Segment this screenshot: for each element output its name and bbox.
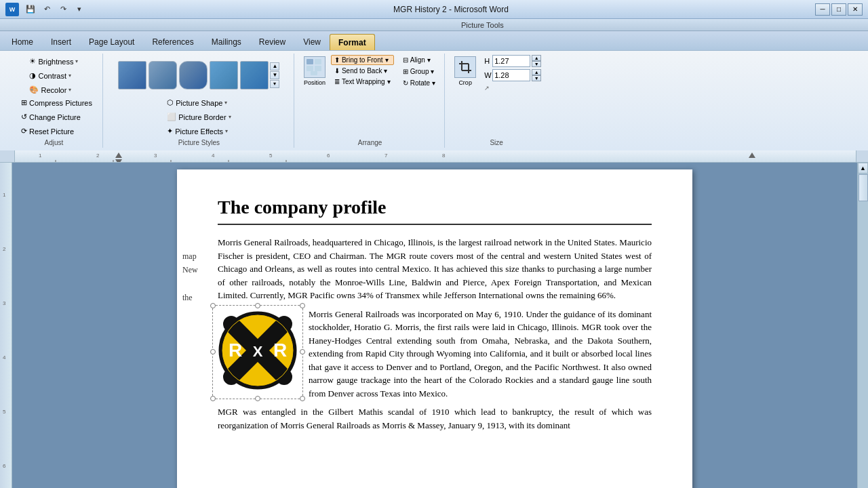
handle-ml[interactable] [210, 349, 216, 354]
align-icon: ⊟ [403, 56, 408, 64]
svg-rect-1 [315, 59, 321, 64]
menu-tabs: Home Insert Page Layout References Maili… [0, 31, 868, 50]
recolor-button[interactable]: 🎨 Recolor ▾ [24, 83, 76, 96]
word-icon: W [5, 3, 19, 16]
tab-references[interactable]: References [143, 34, 202, 50]
arrange-buttons: ⬆ Bring to Front ▾ ⬇ Send to Back ▾ ≣ Te… [331, 55, 394, 88]
document-area: The company profile map New the Morris G… [12, 163, 857, 488]
left-indent-bottom[interactable] [115, 157, 122, 163]
svg-rect-0 [307, 59, 313, 64]
ribbon-content: ☀ Brightness ▾ ◑ Contrast ▾ 🎨 Recolor ▾ … [0, 50, 868, 150]
svg-text:5: 5 [3, 409, 6, 415]
svg-rect-26 [0, 163, 12, 488]
align-rotate-buttons: ⊟Align▾ ⊞Group▾ ↻Rotate▾ [399, 55, 439, 88]
width-label: W [484, 71, 491, 79]
height-up[interactable]: ▲ [532, 55, 541, 61]
crop-button[interactable]: Crop [452, 55, 479, 87]
svg-text:R: R [273, 340, 287, 361]
svg-text:3: 3 [154, 152, 157, 159]
gallery-scroll: ▲ ▼ ▾ [270, 62, 279, 88]
position-icon [304, 56, 326, 78]
width-spinner: ▲ ▼ [532, 69, 541, 81]
width-input[interactable] [492, 69, 530, 81]
picture-effects-button[interactable]: ✦ Picture Effects ▾ [162, 125, 233, 138]
redo-button[interactable]: ↷ [56, 3, 71, 16]
style-4[interactable] [210, 61, 238, 89]
ruler-area: 1 2 3 4 5 6 7 8 [0, 150, 868, 163]
height-down[interactable]: ▼ [532, 61, 541, 67]
svg-text:2: 2 [96, 152, 100, 159]
contrast-button[interactable]: ◑ Contrast ▾ [24, 69, 76, 82]
size-expand[interactable]: ↗ [484, 85, 541, 92]
minimize-button[interactable]: ─ [815, 3, 830, 16]
group-button[interactable]: ⊞Group▾ [399, 66, 439, 77]
group-adjust: ☀ Brightness ▾ ◑ Contrast ▾ 🎨 Recolor ▾ … [5, 54, 103, 148]
vertical-ruler: 1 2 3 4 5 6 [0, 163, 12, 488]
send-back-icon: ⬇ [334, 67, 340, 75]
tab-home[interactable]: Home [3, 34, 42, 50]
size-inputs: H ▲ ▼ W ▲ ▼ ↗ [484, 55, 541, 92]
align-button[interactable]: ⊟Align▾ [399, 55, 439, 65]
paragraph-1: Morris General Railroads, headquartered … [218, 236, 652, 302]
undo-button[interactable]: ↶ [39, 3, 54, 16]
style-5[interactable] [240, 61, 269, 89]
page-content: map New the Morris General Railroads, he… [218, 236, 652, 432]
rotate-icon: ↻ [403, 79, 408, 87]
compress-pictures-button[interactable]: ⊞ Compress Pictures [16, 96, 97, 109]
tab-view[interactable]: View [294, 34, 330, 50]
ruler-scroll[interactable] [856, 150, 868, 163]
reset-picture-button[interactable]: ⟳ Reset Picture [16, 125, 79, 138]
svg-rect-3 [315, 66, 321, 71]
float-labels: map New the [182, 249, 198, 305]
tab-page-layout[interactable]: Page Layout [80, 34, 143, 50]
handle-bl[interactable] [210, 396, 216, 401]
gallery-scroll-down[interactable]: ▼ [270, 71, 279, 79]
right-indent-marker[interactable] [749, 152, 755, 159]
crop-icon [454, 56, 476, 78]
position-button[interactable]: Position [301, 55, 328, 88]
scroll-track [858, 174, 868, 488]
svg-text:4: 4 [3, 354, 6, 361]
style-1[interactable] [118, 61, 146, 89]
tab-format[interactable]: Format [330, 34, 375, 50]
width-up[interactable]: ▲ [532, 69, 541, 75]
gallery-expand[interactable]: ▾ [270, 80, 279, 88]
tab-mailings[interactable]: Mailings [203, 34, 250, 50]
close-button[interactable]: ✕ [848, 3, 863, 16]
brightness-button[interactable]: ☀ Brightness ▾ [24, 55, 83, 68]
svg-text:7: 7 [384, 152, 388, 159]
customize-button[interactable]: ▾ [72, 3, 87, 16]
brightness-icon: ☀ [29, 57, 36, 66]
scroll-up-button[interactable]: ▲ [858, 163, 868, 174]
style-2[interactable] [149, 61, 177, 89]
paragraph-3: MGR was entangled in the Gilbert Mathis … [218, 405, 652, 432]
rotate-button[interactable]: ↻Rotate▾ [399, 78, 439, 88]
picture-shape-button[interactable]: ⬡ Picture Shape ▾ [162, 96, 232, 109]
save-button[interactable]: 💾 [23, 3, 38, 16]
tab-review[interactable]: Review [250, 34, 294, 50]
svg-text:R: R [229, 340, 242, 361]
picture-border-button[interactable]: ⬜ Picture Border ▾ [162, 110, 235, 123]
height-input[interactable] [492, 55, 530, 67]
change-picture-button[interactable]: ↺ Change Picture [16, 110, 85, 123]
handle-tl[interactable] [210, 303, 216, 308]
tab-insert[interactable]: Insert [42, 34, 80, 50]
picture-effects-icon: ✦ [167, 127, 173, 136]
float-label-map: map [182, 249, 198, 263]
document-page: The company profile map New the Morris G… [177, 169, 692, 488]
restore-button[interactable]: □ [831, 3, 846, 16]
svg-rect-4 [311, 71, 317, 75]
svg-rect-9 [15, 150, 856, 163]
vertical-scrollbar[interactable]: ▲ ▼ [857, 163, 868, 488]
crop-label: Crop [458, 79, 472, 86]
reset-icon: ⟳ [21, 127, 27, 136]
image-wrapper[interactable]: R X R [218, 310, 298, 394]
gallery-scroll-up[interactable]: ▲ [270, 62, 279, 70]
send-to-back-button[interactable]: ⬇ Send to Back ▾ [331, 66, 394, 76]
width-down[interactable]: ▼ [532, 75, 541, 81]
position-label: Position [304, 79, 326, 86]
bring-to-front-button[interactable]: ⬆ Bring to Front ▾ [331, 55, 394, 65]
scroll-thumb[interactable] [859, 174, 868, 201]
style-3[interactable] [179, 61, 208, 89]
text-wrapping-button[interactable]: ≣ Text Wrapping ▾ [331, 77, 394, 87]
